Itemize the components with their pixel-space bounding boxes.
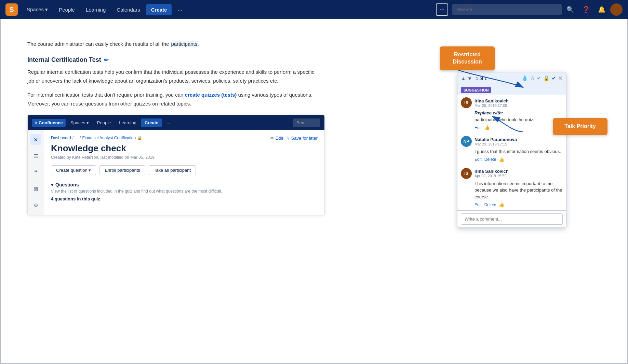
inner-action-buttons: Create question ▾ Enroll participants Ta… — [51, 165, 318, 175]
panel-drop-icon[interactable]: 💧 — [522, 75, 528, 81]
comment-2-date: Mar 29, 2019 17:15 — [475, 142, 517, 146]
comment-2-actions: Edit Delete 👍 — [461, 157, 563, 162]
comment-2-body: I guess that this information seems obvi… — [461, 148, 563, 155]
top-navigation: S Spaces ▾ People Learning Calendars Cre… — [0, 0, 628, 19]
panel-count: 1 of 1 — [476, 76, 487, 81]
comment-2-avatar: NP — [461, 136, 472, 147]
inner-logo[interactable]: ✕ Confluence — [32, 119, 66, 127]
comment-2-delete[interactable]: Delete — [484, 157, 496, 162]
highlight-participants: participants — [171, 41, 198, 47]
nav-calendars[interactable]: Calendars — [112, 4, 145, 15]
nav-learning[interactable]: Learning — [81, 4, 110, 15]
comment-2-edit[interactable]: Edit — [475, 157, 482, 162]
questions-collapse-icon[interactable]: ▾ — [51, 182, 53, 187]
nav-favorites-button[interactable]: ☆ — [436, 3, 448, 16]
panel-checkmark-icon[interactable]: ✓ — [537, 75, 541, 81]
inner-nav-create[interactable]: Create — [141, 118, 162, 127]
breadcrumb: Dashboard / ... / Financial Analyst Cert… — [51, 136, 142, 140]
questions-header: ▾ Questions — [51, 182, 318, 187]
para2: Regular internal certification tests hel… — [27, 68, 321, 85]
comment-1-thumb[interactable]: 👍 — [484, 125, 490, 130]
comment-3-avatar: IS — [461, 168, 472, 179]
comment-1-header: IS Irina Sanikovich Mar 29, 2019 17:08 — [461, 97, 563, 108]
inner-nav-learning[interactable]: Learning — [116, 118, 140, 127]
take-as-participant-button[interactable]: Take as participant — [149, 165, 196, 175]
comment-1-text: participants who took the quiz. — [475, 117, 534, 122]
panel-down-arrow[interactable]: ▼ — [467, 75, 472, 81]
comment-2-name: Natalie Paramonova — [475, 137, 517, 142]
breadcrumb-ellipsis: ... — [75, 136, 78, 140]
breadcrumb-lock-icon: 🔒 — [137, 136, 142, 140]
sidebar-home-icon[interactable]: ✕ — [30, 134, 41, 145]
search-input[interactable] — [452, 4, 562, 15]
logo[interactable]: S — [5, 3, 18, 16]
comment-1-body: Replace with: participants who took the … — [461, 110, 563, 123]
sidebar-blog-icon[interactable]: ❝ — [30, 167, 41, 178]
edit-action[interactable]: ✏ Edit — [270, 136, 283, 141]
questions-title: Questions — [55, 182, 79, 187]
nav-spaces[interactable]: Spaces ▾ — [22, 4, 53, 15]
sidebar-pages-icon[interactable]: ☰ — [30, 151, 41, 162]
user-avatar[interactable] — [610, 3, 623, 16]
comment-1: IS Irina Sanikovich Mar 29, 2019 17:08 R… — [457, 95, 566, 133]
inner-nav-spaces[interactable]: Spaces ▾ — [67, 118, 92, 127]
comment-2-thumb[interactable]: 👍 — [499, 157, 504, 162]
comment-3-actions: Edit Delete 👍 — [461, 202, 563, 207]
comment-write-area — [457, 210, 566, 227]
comment-3-header: IS Irina Sanikovich Apr 02, 2019 15:59 — [461, 168, 563, 179]
comment-1-edit[interactable]: Edit — [475, 125, 482, 130]
sidebar-settings-icon[interactable]: ⚙ — [30, 200, 41, 211]
questions-section: ▾ Questions View the list of questions i… — [51, 182, 318, 201]
breadcrumb-dashboard[interactable]: Dashboard — [51, 136, 71, 140]
edit-pencil-icon[interactable]: ✏ — [104, 57, 108, 63]
comment-3-meta: Irina Sanikovich Apr 02, 2019 15:59 — [475, 169, 509, 178]
section-title-text: Internal Certification Test — [27, 56, 101, 64]
create-quizzes-link[interactable]: create quizzes (tests) — [185, 92, 237, 98]
comment-1-date: Mar 29, 2019 17:08 — [475, 103, 509, 108]
comment-3-thumb[interactable]: 👍 — [499, 202, 504, 207]
comment-2-meta: Natalie Paramonova Mar 29, 2019 17:15 — [475, 137, 517, 146]
panel-navigation: ▲ ▼ 1 of 1 — [461, 75, 489, 81]
inner-page-title: Knowledge check — [51, 143, 318, 154]
comment-input[interactable] — [461, 213, 563, 225]
comment-3-date: Apr 02, 2019 15:59 — [475, 174, 509, 178]
comment-3-name: Irina Sanikovich — [475, 169, 509, 174]
inner-main: Dashboard / ... / Financial Analyst Cert… — [44, 130, 324, 215]
nav-create[interactable]: Create — [146, 4, 172, 15]
inner-nav-more[interactable]: ··· — [163, 118, 174, 127]
para3: For internal certification tests that do… — [27, 90, 321, 108]
questions-count: 4 questions in this quiz — [51, 196, 318, 201]
panel-star-icon[interactable]: ☆ — [530, 75, 535, 81]
comment-1-meta: Irina Sanikovich Mar 29, 2019 17:08 — [475, 98, 509, 108]
save-action[interactable]: ☆ Save for later — [286, 136, 318, 141]
create-question-button[interactable]: Create question ▾ — [51, 165, 96, 175]
inner-page-meta: Created by Kate Peterson, last modified … — [51, 155, 318, 160]
comment-panel-header: ▲ ▼ 1 of 1 💧 ☆ ✓ 🔒 ✔ ✕ — [457, 72, 566, 84]
comment-2-header: NP Natalie Paramonova Mar 29, 2019 17:15 — [461, 136, 563, 147]
comment-panel: ▲ ▼ 1 of 1 💧 ☆ ✓ 🔒 ✔ ✕ SUGGESTION IS Iri… — [457, 72, 566, 228]
comment-3: IS Irina Sanikovich Apr 02, 2019 15:59 T… — [457, 165, 566, 211]
nav-people[interactable]: People — [54, 4, 80, 15]
panel-up-arrow[interactable]: ▲ — [461, 75, 466, 81]
panel-close-icon[interactable]: ✕ — [558, 75, 563, 81]
breadcrumb-cert[interactable]: Financial Analyst Certification — [82, 136, 136, 140]
inner-search[interactable]: Sea... — [293, 118, 320, 127]
comment-1-name: Irina Sanikovich — [475, 98, 509, 103]
help-icon[interactable]: ❓ — [579, 3, 593, 16]
section-heading: Internal Certification Test ✏ — [27, 56, 601, 64]
nav-more[interactable]: ··· — [173, 4, 187, 15]
comment-1-actions: Edit 👍 — [461, 125, 563, 130]
talk-priority-callout: Talk Priority — [553, 118, 607, 135]
sidebar-export-icon[interactable]: ⊠ — [30, 183, 41, 194]
inner-nav: ✕ Confluence Spaces ▾ People Learning Cr… — [28, 115, 324, 130]
separator — [27, 33, 321, 33]
comment-3-delete[interactable]: Delete — [484, 202, 496, 207]
panel-accept-icon[interactable]: ✔ — [552, 75, 556, 81]
main-content: The course administrator can easily chec… — [0, 19, 628, 364]
search-icon[interactable]: 🔍 — [563, 3, 577, 16]
notification-icon[interactable]: 🔔 — [594, 3, 609, 16]
inner-nav-people[interactable]: People — [94, 118, 114, 127]
panel-lock-icon[interactable]: 🔒 — [543, 75, 550, 81]
enroll-participants-button[interactable]: Enroll participants — [99, 165, 145, 175]
comment-3-edit[interactable]: Edit — [475, 202, 482, 207]
